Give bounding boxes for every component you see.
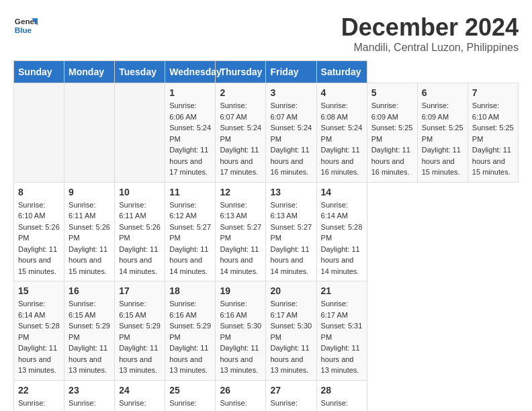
day-info: Sunrise: 6:11 AMSunset: 5:26 PMDaylight:… [69, 201, 110, 275]
day-info: Sunrise: 6:20 AMSunset: 5:33 PMDaylight:… [220, 399, 261, 412]
calendar-day-cell: 3Sunrise: 6:07 AMSunset: 5:24 PMDaylight… [266, 83, 316, 183]
day-number: 2 [220, 87, 261, 98]
calendar-body: 1Sunrise: 6:06 AMSunset: 5:24 PMDaylight… [14, 83, 519, 412]
day-number: 3 [270, 87, 312, 98]
calendar-header-tuesday: Tuesday [115, 61, 165, 83]
calendar-day-cell: 14Sunrise: 6:14 AMSunset: 5:28 PMDayligh… [316, 182, 367, 281]
day-number: 16 [69, 285, 110, 296]
calendar-header-row: SundayMondayTuesdayWednesdayThursdayFrid… [14, 61, 519, 83]
calendar-day-cell: 16Sunrise: 6:15 AMSunset: 5:29 PMDayligh… [64, 281, 115, 381]
calendar-week-row: 15Sunrise: 6:14 AMSunset: 5:28 PMDayligh… [14, 281, 519, 381]
day-number: 17 [119, 285, 161, 296]
day-info: Sunrise: 6:14 AMSunset: 5:28 PMDaylight:… [321, 201, 363, 275]
day-number: 14 [321, 187, 363, 197]
day-info: Sunrise: 6:15 AMSunset: 5:29 PMDaylight:… [119, 300, 161, 374]
day-info: Sunrise: 6:14 AMSunset: 5:28 PMDaylight:… [18, 300, 60, 374]
svg-text:Blue: Blue [15, 26, 32, 34]
day-number: 26 [220, 385, 261, 396]
calendar-day-cell: 19Sunrise: 6:16 AMSunset: 5:30 PMDayligh… [216, 281, 266, 381]
day-info: Sunrise: 6:06 AMSunset: 5:24 PMDaylight:… [169, 101, 211, 176]
logo: General Blue [13, 13, 38, 38]
calendar-day-cell: 28Sunrise: 6:21 AMSunset: 5:35 PMDayligh… [316, 380, 367, 411]
header: General Blue December 2024 Mandili, Cent… [13, 13, 519, 54]
day-info: Sunrise: 6:21 AMSunset: 5:35 PMDaylight:… [321, 399, 363, 412]
calendar-day-cell: 7Sunrise: 6:10 AMSunset: 5:25 PMDaylight… [468, 83, 518, 183]
day-info: Sunrise: 6:17 AMSunset: 5:30 PMDaylight:… [270, 300, 312, 374]
day-info: Sunrise: 6:12 AMSunset: 5:27 PMDaylight:… [169, 201, 211, 275]
calendar-day-cell: 20Sunrise: 6:17 AMSunset: 5:30 PMDayligh… [266, 281, 316, 381]
day-number: 4 [321, 87, 363, 98]
day-number: 21 [321, 285, 363, 296]
day-number: 9 [69, 187, 110, 197]
calendar-header-sunday: Sunday [14, 61, 64, 83]
calendar-day-cell: 17Sunrise: 6:15 AMSunset: 5:29 PMDayligh… [115, 281, 165, 381]
day-number: 6 [422, 87, 463, 98]
calendar-day-cell: 12Sunrise: 6:13 AMSunset: 5:27 PMDayligh… [216, 182, 266, 281]
day-info: Sunrise: 6:15 AMSunset: 5:29 PMDaylight:… [69, 300, 110, 374]
day-info: Sunrise: 6:07 AMSunset: 5:24 PMDaylight:… [270, 101, 312, 176]
calendar-header-wednesday: Wednesday [165, 61, 216, 83]
calendar-header-saturday: Saturday [316, 61, 367, 83]
day-number: 18 [169, 285, 211, 296]
calendar-day-cell: 15Sunrise: 6:14 AMSunset: 5:28 PMDayligh… [14, 281, 64, 381]
day-number: 20 [270, 285, 312, 296]
day-info: Sunrise: 6:19 AMSunset: 5:33 PMDaylight:… [169, 399, 211, 412]
calendar-day-cell: 4Sunrise: 6:08 AMSunset: 5:24 PMDaylight… [316, 83, 367, 183]
logo-icon: General Blue [13, 13, 38, 38]
day-number: 28 [321, 385, 363, 396]
day-info: Sunrise: 6:13 AMSunset: 5:27 PMDaylight:… [220, 201, 261, 275]
calendar-empty-cell [115, 83, 165, 183]
calendar-day-cell: 24Sunrise: 6:19 AMSunset: 5:32 PMDayligh… [115, 380, 165, 411]
calendar-header-friday: Friday [266, 61, 316, 83]
day-info: Sunrise: 6:13 AMSunset: 5:27 PMDaylight:… [270, 201, 312, 275]
day-number: 8 [18, 187, 60, 197]
day-number: 27 [270, 385, 312, 396]
day-number: 23 [69, 385, 110, 396]
day-number: 13 [270, 187, 312, 197]
day-info: Sunrise: 6:17 AMSunset: 5:31 PMDaylight:… [321, 300, 363, 374]
calendar-day-cell: 8Sunrise: 6:10 AMSunset: 5:26 PMDaylight… [14, 182, 64, 281]
day-info: Sunrise: 6:09 AMSunset: 5:25 PMDaylight:… [371, 101, 413, 176]
calendar-week-row: 22Sunrise: 6:18 AMSunset: 5:31 PMDayligh… [14, 380, 519, 411]
calendar-day-cell: 2Sunrise: 6:07 AMSunset: 5:24 PMDaylight… [216, 83, 266, 183]
day-info: Sunrise: 6:07 AMSunset: 5:24 PMDaylight:… [220, 101, 261, 176]
calendar-day-cell: 13Sunrise: 6:13 AMSunset: 5:27 PMDayligh… [266, 182, 316, 281]
day-number: 1 [169, 87, 211, 98]
calendar-day-cell: 10Sunrise: 6:11 AMSunset: 5:26 PMDayligh… [115, 182, 165, 281]
day-info: Sunrise: 6:16 AMSunset: 5:29 PMDaylight:… [169, 300, 211, 374]
calendar-day-cell: 5Sunrise: 6:09 AMSunset: 5:25 PMDaylight… [367, 83, 417, 183]
day-number: 15 [18, 285, 60, 296]
calendar-day-cell: 21Sunrise: 6:17 AMSunset: 5:31 PMDayligh… [316, 281, 367, 381]
calendar-day-cell: 25Sunrise: 6:19 AMSunset: 5:33 PMDayligh… [165, 380, 216, 411]
calendar-day-cell: 26Sunrise: 6:20 AMSunset: 5:33 PMDayligh… [216, 380, 266, 411]
calendar-day-cell: 11Sunrise: 6:12 AMSunset: 5:27 PMDayligh… [165, 182, 216, 281]
calendar-week-row: 8Sunrise: 6:10 AMSunset: 5:26 PMDaylight… [14, 182, 519, 281]
calendar-day-cell: 18Sunrise: 6:16 AMSunset: 5:29 PMDayligh… [165, 281, 216, 381]
calendar-header-thursday: Thursday [216, 61, 266, 83]
calendar-day-cell: 1Sunrise: 6:06 AMSunset: 5:24 PMDaylight… [165, 83, 216, 183]
day-info: Sunrise: 6:19 AMSunset: 5:32 PMDaylight:… [119, 399, 161, 412]
calendar-day-cell: 9Sunrise: 6:11 AMSunset: 5:26 PMDaylight… [64, 182, 115, 281]
day-info: Sunrise: 6:16 AMSunset: 5:30 PMDaylight:… [220, 300, 261, 374]
calendar-empty-cell [64, 83, 115, 183]
calendar-day-cell: 27Sunrise: 6:20 AMSunset: 5:34 PMDayligh… [266, 380, 316, 411]
day-number: 11 [169, 187, 211, 197]
calendar-header-monday: Monday [64, 61, 115, 83]
day-number: 5 [371, 87, 413, 98]
calendar-day-cell: 6Sunrise: 6:09 AMSunset: 5:25 PMDaylight… [417, 83, 468, 183]
day-info: Sunrise: 6:18 AMSunset: 5:31 PMDaylight:… [18, 399, 60, 412]
location-title: Mandili, Central Luzon, Philippines [341, 42, 519, 54]
title-section: December 2024 Mandili, Central Luzon, Ph… [341, 13, 519, 54]
day-number: 10 [119, 187, 161, 197]
calendar-day-cell: 23Sunrise: 6:18 AMSunset: 5:32 PMDayligh… [64, 380, 115, 411]
day-info: Sunrise: 6:11 AMSunset: 5:26 PMDaylight:… [119, 201, 161, 275]
day-number: 25 [169, 385, 211, 396]
day-number: 22 [18, 385, 60, 396]
calendar-day-cell: 22Sunrise: 6:18 AMSunset: 5:31 PMDayligh… [14, 380, 64, 411]
day-info: Sunrise: 6:08 AMSunset: 5:24 PMDaylight:… [321, 101, 363, 176]
day-info: Sunrise: 6:10 AMSunset: 5:26 PMDaylight:… [18, 201, 60, 275]
day-info: Sunrise: 6:09 AMSunset: 5:25 PMDaylight:… [422, 101, 463, 176]
day-number: 7 [472, 87, 514, 98]
day-info: Sunrise: 6:10 AMSunset: 5:25 PMDaylight:… [472, 101, 514, 176]
calendar-table: SundayMondayTuesdayWednesdayThursdayFrid… [13, 60, 519, 411]
